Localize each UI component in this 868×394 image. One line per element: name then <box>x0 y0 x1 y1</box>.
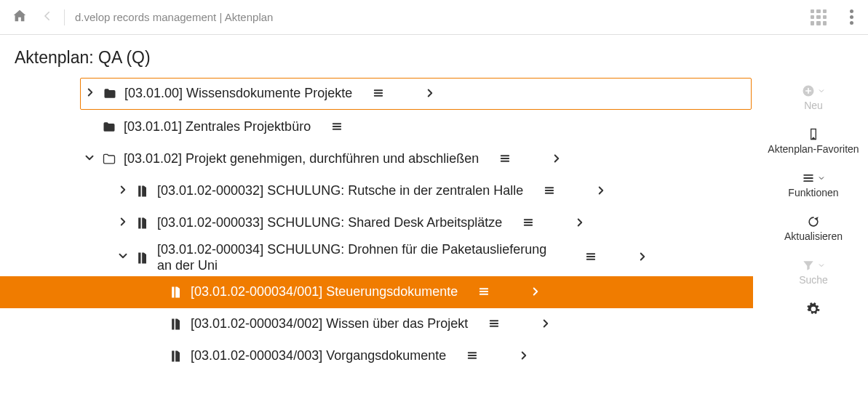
home-icon[interactable] <box>12 8 28 26</box>
rail-label: Funktionen <box>788 187 838 198</box>
gear-icon <box>806 302 821 316</box>
rail-functions[interactable]: Funktionen <box>788 171 838 198</box>
chevron-down-icon <box>817 174 826 182</box>
tree-container[interactable]: [03.01.00] Wissensdokumente Projekte[03.… <box>0 76 759 394</box>
expand-toggle[interactable] <box>114 215 132 232</box>
tree-node-label: [03.01.02-000034] SCHULUNG: Drohnen für … <box>157 242 565 273</box>
tree-row[interactable]: [03.01.02] Projekt genehmigen, durchführ… <box>0 143 753 175</box>
chevron-down-icon <box>817 87 826 95</box>
row-menu-button[interactable] <box>541 182 558 201</box>
tree-node-label: [03.01.00] Wissensdokumente Projekte <box>124 86 352 102</box>
row-navigate-button[interactable] <box>572 214 588 233</box>
menu-lines-icon <box>801 171 816 185</box>
row-navigate-button[interactable] <box>422 85 438 103</box>
row-menu-button[interactable] <box>475 284 493 302</box>
right-rail: Neu Aktenplan-Favoriten Funktionen Aktua… <box>759 76 868 394</box>
app-launcher-icon[interactable] <box>811 9 827 25</box>
binder-icon <box>132 251 153 265</box>
tree-node-label: [03.01.02] Projekt genehmigen, durchführ… <box>124 151 479 167</box>
rail-label: Neu <box>804 100 823 111</box>
rail-search[interactable]: Suche <box>799 258 828 286</box>
tree-row[interactable]: [03.01.02-000034/003] Vorgangsdokumente <box>0 340 753 372</box>
more-menu-icon[interactable] <box>847 9 856 25</box>
tree-row[interactable]: [03.01.02-000034/002] Wissen über das Pr… <box>0 308 753 340</box>
row-menu-button[interactable] <box>496 150 514 169</box>
tree-node-label: [03.01.02-000034/003] Vorgangsdokumente <box>191 348 446 364</box>
chevron-down-icon <box>817 261 826 270</box>
tree-node-label: [03.01.02-000034/002] Wissen über das Pr… <box>191 316 468 332</box>
tree-row[interactable]: [03.01.02-000034] SCHULUNG: Drohnen für … <box>0 239 753 276</box>
row-menu-button[interactable] <box>582 249 600 267</box>
row-menu-button[interactable] <box>370 85 387 103</box>
app-title: d.velop records management | Aktenplan <box>75 11 273 23</box>
rail-new[interactable]: Neu <box>801 84 826 111</box>
folder-filled-icon <box>100 87 120 101</box>
folder-filled-icon <box>99 120 119 134</box>
rail-refresh[interactable]: Aktualisieren <box>784 214 843 242</box>
binder-icon <box>166 285 186 299</box>
row-navigate-button[interactable] <box>538 315 554 334</box>
expand-toggle[interactable] <box>81 86 100 102</box>
tree-node-label: [03.01.01] Zentrales Projektbüro <box>124 119 311 135</box>
refresh-icon <box>806 214 821 229</box>
binder-icon <box>166 317 186 331</box>
tree-row[interactable]: [03.01.02-000033] SCHULUNG: Shared Desk … <box>0 207 753 239</box>
row-menu-button[interactable] <box>328 118 346 137</box>
tree-node-label: [03.01.02-000032] SCHULUNG: Rutsche in d… <box>157 183 523 199</box>
page-title: Aktenplan: QA (Q) <box>0 35 868 76</box>
row-navigate-button[interactable] <box>593 182 609 201</box>
row-menu-button[interactable] <box>463 347 481 366</box>
filter-icon <box>801 258 816 273</box>
top-header: d.velop records management | Aktenplan <box>0 0 868 35</box>
tree-row[interactable]: [03.01.02-000032] SCHULUNG: Rutsche in d… <box>0 175 753 207</box>
row-navigate-button[interactable] <box>527 284 544 302</box>
rail-label: Aktenplan-Favoriten <box>768 143 859 155</box>
tree-row[interactable]: [03.01.02-000034/001] Steuerungsdokument… <box>0 276 753 308</box>
separator <box>64 9 65 25</box>
collapse-toggle[interactable] <box>80 151 99 168</box>
binder-icon <box>132 184 153 198</box>
binder-icon <box>166 349 186 363</box>
rail-label: Suche <box>799 274 828 286</box>
tree-node-label: [03.01.02-000034/001] Steuerungsdokument… <box>191 284 458 300</box>
plus-icon <box>801 84 816 98</box>
rail-label: Aktualisieren <box>784 230 843 242</box>
row-navigate-button[interactable] <box>634 249 650 267</box>
rail-favorites[interactable]: Aktenplan-Favoriten <box>768 127 859 155</box>
folder-outline-icon <box>99 152 119 166</box>
rail-settings[interactable] <box>806 302 821 318</box>
tree-node-label: [03.01.02-000033] SCHULUNG: Shared Desk … <box>157 215 502 231</box>
row-navigate-button[interactable] <box>549 150 565 169</box>
row-navigate-button[interactable] <box>516 347 532 366</box>
back-icon[interactable] <box>28 9 54 25</box>
row-menu-button[interactable] <box>519 214 537 233</box>
collapse-toggle[interactable] <box>114 249 132 266</box>
tree-row[interactable]: [03.01.01] Zentrales Projektbüro <box>0 111 753 143</box>
tree-row[interactable]: [03.01.00] Wissensdokumente Projekte <box>80 78 752 110</box>
binder-icon <box>132 216 153 230</box>
expand-toggle[interactable] <box>114 183 132 200</box>
bookmark-icon <box>806 127 821 142</box>
row-menu-button[interactable] <box>485 315 503 334</box>
